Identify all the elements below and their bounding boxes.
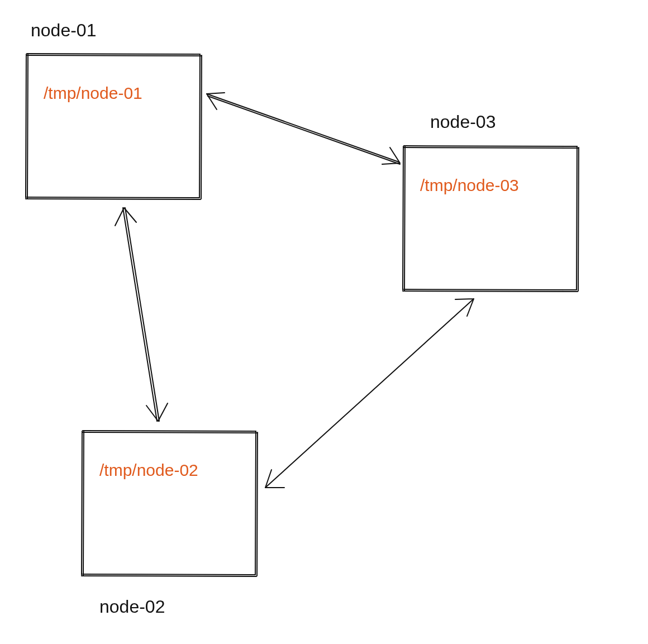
node-02-label: node-02 xyxy=(99,597,165,617)
node-02-path: /tmp/node-02 xyxy=(99,461,198,480)
edge-node01-node03 xyxy=(207,93,400,164)
node-02-box xyxy=(82,431,258,576)
node-03-path: /tmp/node-03 xyxy=(420,176,519,195)
node-01-label: node-01 xyxy=(31,20,96,41)
edge-node02-node03 xyxy=(265,299,474,488)
node-01-box xyxy=(26,54,202,199)
node-03-box xyxy=(403,146,579,292)
node-03-label: node-03 xyxy=(430,112,495,132)
node-01-path: /tmp/node-01 xyxy=(44,84,142,103)
edge-node01-node02 xyxy=(115,208,168,421)
